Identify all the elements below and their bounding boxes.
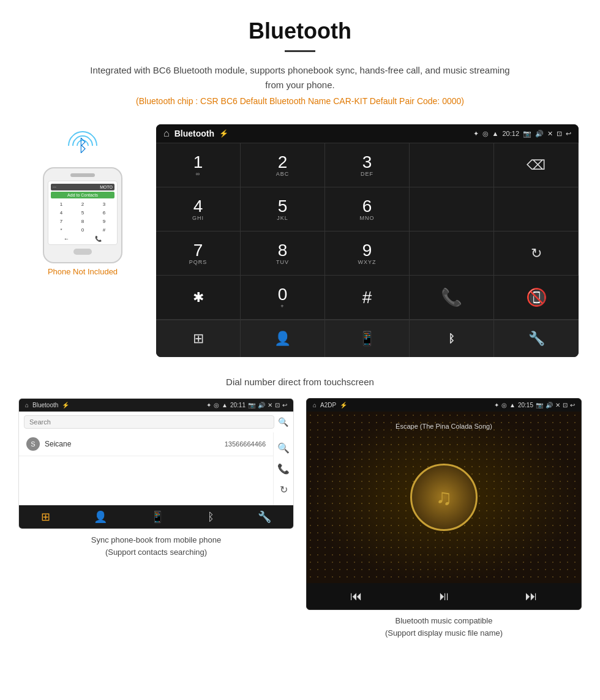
dial-key-9[interactable]: 9WXYZ (325, 231, 410, 276)
music-screen: ⌂ A2DP ⚡ ✦ ◎ ▲ 20:15 📷 🔊 ✕ ⊡ ↩ (306, 398, 582, 610)
music-album-art: ♫ (410, 464, 478, 531)
dialer-status-bar: ⌂ Bluetooth ⚡ ✦ ◎ ▲ 20:12 📷 🔊 ✕ ⊡ ↩ (156, 124, 579, 143)
phone-screen: ··· MOTO Add to Contacts 1 2 3 4 5 6 7 8… (48, 181, 118, 245)
pb-status-bar: ⌂ A2DP Bluetooth ⚡ ✦ ◎ ▲ 20:11 📷 🔊 ✕ ⊡ ↩ (19, 399, 293, 412)
pb-grid-btn[interactable]: ⊞ (41, 510, 50, 524)
key-5: 5 (72, 209, 93, 217)
pb-bt-btn[interactable]: ᛒ (208, 511, 214, 524)
dial-key-3[interactable]: 3DEF (325, 143, 410, 187)
music-bt-icon: ✦ (494, 402, 499, 408)
phone-home-button (73, 249, 92, 255)
dial-key-6[interactable]: 6MNO (325, 187, 410, 231)
dial-key-star[interactable]: ✱ (156, 276, 241, 320)
pb-refresh-side-icon[interactable]: ↻ (280, 484, 288, 495)
pb-right-icons: 🔍 📞 ↻ (273, 432, 293, 505)
dial-key-0[interactable]: 0+ (241, 276, 325, 320)
usb-icon: ⚡ (219, 129, 228, 138)
key-8: 8 (72, 217, 93, 225)
pb-search-side-icon[interactable]: 🔍 (277, 442, 290, 454)
phone-status-bar: ··· MOTO (51, 184, 114, 190)
dialer-screen: ⌂ Bluetooth ⚡ ✦ ◎ ▲ 20:12 📷 🔊 ✕ ⊡ ↩ 1∞ (156, 124, 579, 357)
phone-button[interactable]: 📱 (325, 320, 410, 357)
key-hash: # (94, 226, 114, 234)
dial-key-7[interactable]: 7PQRS (156, 231, 241, 276)
signal-icon: ▲ (492, 130, 499, 137)
pb-x: ✕ (268, 402, 272, 408)
volume-icon: 🔊 (535, 130, 544, 138)
search-icon: 🔍 (278, 417, 288, 427)
bluetooth-wave: ᛒ (58, 124, 107, 167)
pb-call-side-icon[interactable]: 📞 (277, 463, 290, 475)
pb-bottom-bar: ⊞ 👤 📱 ᛒ 🔧 (19, 505, 293, 529)
status-left: ⌂ Bluetooth ⚡ (163, 128, 228, 139)
dialer-title: Bluetooth (174, 129, 214, 138)
page-header: Bluetooth Integrated with BC6 Bluetooth … (0, 0, 600, 112)
music-signal: ▲ (509, 402, 516, 408)
empty-r2c5 (494, 187, 579, 231)
home-icon: ⌂ (163, 128, 170, 139)
display-area (410, 143, 494, 187)
pb-wrench-btn[interactable]: 🔧 (258, 510, 271, 524)
backspace-button[interactable]: ⌫ (494, 143, 579, 187)
key-2: 2 (72, 200, 93, 208)
contact-phone: 13566664466 (225, 440, 266, 448)
dial-key-8[interactable]: 8TUV (241, 231, 325, 276)
redial-button[interactable]: ↻ (494, 231, 579, 276)
pb-gps: ◎ (214, 402, 219, 408)
music-gps: ◎ (501, 402, 507, 408)
settings-button[interactable]: 🔧 (494, 320, 579, 357)
phonebook-caption: Sync phone-book from mobile phone (Suppo… (18, 534, 294, 558)
next-button[interactable]: ⏭ (525, 589, 538, 603)
gps-icon: ◎ (482, 130, 489, 138)
pb-time: 20:11 (230, 402, 246, 408)
contact-name: Seicane (45, 440, 225, 448)
play-pause-button[interactable]: ⏯ (438, 589, 450, 603)
phone-brand: MOTO (100, 185, 113, 189)
contact-row[interactable]: S Seicane 13566664466 (19, 432, 273, 456)
contacts-button[interactable]: 👤 (241, 320, 325, 357)
prev-button[interactable]: ⏮ (350, 589, 362, 603)
grid-view-button[interactable]: ⊞ (156, 320, 241, 357)
carrier-label: ··· (53, 185, 56, 189)
bluetooth-status-icon: ✦ (473, 130, 479, 138)
music-a2dp-label: A2DP (320, 402, 336, 408)
music-cam: 📷 (536, 402, 543, 408)
call-green-button[interactable]: 📞 (410, 276, 494, 320)
pb-phone-btn[interactable]: 📱 (151, 510, 164, 524)
phone-not-included-label: Phone Not Included (48, 267, 118, 276)
music-home-icon: ⌂ (313, 402, 317, 408)
phone-container: ᛒ ··· MOTO Add to Contacts 1 2 3 4 5 6 7 (21, 124, 144, 276)
phone-mock: ··· MOTO Add to Contacts 1 2 3 4 5 6 7 8… (43, 167, 122, 263)
pb-vol: 🔊 (258, 402, 265, 408)
dial-key-5[interactable]: 5JKL (241, 187, 325, 231)
dial-key-1[interactable]: 1∞ (156, 143, 241, 187)
grid-icon: ⊞ (193, 331, 204, 347)
close-icon: ✕ (547, 130, 553, 138)
dial-key-4[interactable]: 4GHI (156, 187, 241, 231)
music-note-icon: ♫ (436, 484, 452, 510)
dial-key-2[interactable]: 2ABC (241, 143, 325, 187)
phone-call-btn: 📞 (95, 236, 102, 242)
pb-back: ↩ (282, 402, 287, 408)
key-1: 1 (51, 200, 72, 208)
music-caption: Bluetooth music compatible (Support disp… (306, 615, 582, 639)
phonebook-caption-sub: (Support contacts searching) (105, 548, 207, 557)
hang-up-button[interactable]: 📵 (494, 276, 579, 320)
pb-person-btn[interactable]: 👤 (94, 510, 107, 524)
key-7: 7 (51, 217, 72, 225)
key-star: * (51, 226, 72, 234)
music-back: ↩ (570, 402, 575, 408)
dial-key-hash[interactable]: # (325, 276, 410, 320)
bluetooth-button[interactable]: ᛒ (410, 320, 494, 357)
phonebook-item: ⌂ A2DP Bluetooth ⚡ ✦ ◎ ▲ 20:11 📷 🔊 ✕ ⊡ ↩ (18, 398, 294, 639)
music-win: ⊡ (563, 402, 568, 408)
status-time: 20:12 (502, 130, 519, 137)
phonebook-screen: ⌂ A2DP Bluetooth ⚡ ✦ ◎ ▲ 20:11 📷 🔊 ✕ ⊡ ↩ (18, 398, 294, 529)
pb-search-input[interactable] (24, 415, 274, 429)
pb-cam: 📷 (248, 402, 255, 408)
bt-icon: ᛒ (448, 333, 455, 345)
pb-signal: ▲ (222, 402, 228, 408)
pb-content-area: S Seicane 13566664466 🔍 📞 ↻ (19, 432, 293, 505)
phone-back-key: ← (64, 236, 69, 242)
back-icon: ↩ (566, 130, 571, 138)
